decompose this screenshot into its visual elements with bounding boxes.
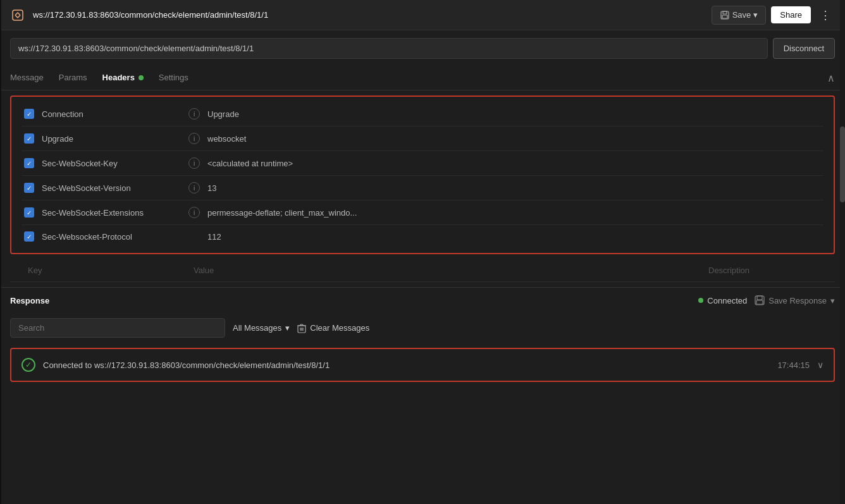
websocket-url-input[interactable] — [10, 38, 768, 59]
tab-settings-label: Settings — [159, 73, 188, 82]
connected-badge: Connected — [698, 296, 747, 305]
header-key-0: Connection — [42, 109, 181, 119]
header-checkbox-5[interactable]: ✓ — [24, 231, 34, 242]
header-checkbox-0[interactable]: ✓ — [24, 109, 34, 119]
tab-headers[interactable]: Headers — [102, 66, 144, 90]
message-log: ✓ Connected to ws://172.30.91.83:8603/co… — [10, 348, 835, 382]
collapse-button[interactable]: ∧ — [827, 72, 835, 84]
message-expand-icon[interactable]: ∨ — [817, 360, 823, 370]
header-value-4: permessage-deflate; client_max_windo... — [207, 208, 821, 218]
table-row: ✓ Upgrade i websocket — [22, 126, 823, 151]
message-timestamp: 17:44:15 — [777, 360, 810, 370]
disconnect-button[interactable]: Disconnect — [773, 38, 835, 59]
tab-message-label: Message — [10, 73, 44, 82]
empty-header-row: Key Value Description — [0, 259, 845, 281]
header-key-1: Upgrade — [42, 134, 181, 144]
all-messages-chevron-icon: ▾ — [285, 323, 290, 333]
header-value-2: <calculated at runtime> — [207, 159, 821, 168]
all-messages-button[interactable]: All Messages ▾ — [233, 323, 290, 333]
table-row: ✓ Sec-Websocket-Protocol 112 — [22, 225, 823, 248]
info-icon-4[interactable]: i — [188, 207, 200, 218]
divider — [10, 281, 835, 282]
header-checkbox-4[interactable]: ✓ — [24, 207, 34, 218]
header-checkbox-1[interactable]: ✓ — [24, 133, 34, 144]
headers-section: ✓ Connection i Upgrade ✓ Upgrade i webso… — [10, 95, 835, 254]
svg-rect-6 — [756, 300, 763, 304]
header-key-5: Sec-Websocket-Protocol — [42, 232, 181, 242]
url-bar: Disconnect — [0, 30, 845, 66]
scrollbar-thumb[interactable] — [840, 126, 845, 202]
header-checkbox-2[interactable]: ✓ — [24, 158, 34, 168]
header-value-5: 112 — [207, 232, 821, 242]
trash-icon — [297, 323, 306, 333]
tab-headers-label: Headers — [102, 73, 135, 82]
save-response-button[interactable]: Save Response ▾ — [755, 295, 835, 305]
message-text: Connected to ws://172.30.91.83:8603/comm… — [43, 360, 770, 370]
title-bar: ws://172.30.91.83:8603/common/check/elem… — [0, 0, 845, 30]
save-chevron-icon: ▾ — [753, 10, 758, 20]
title-bar-actions: Save ▾ Share ⋮ — [712, 6, 835, 25]
info-icon-3[interactable]: i — [188, 182, 200, 194]
header-value-3: 13 — [207, 183, 821, 193]
title-bar-url: ws://172.30.91.83:8603/common/check/elem… — [33, 10, 704, 20]
response-title: Response — [10, 296, 49, 305]
tab-message[interactable]: Message — [10, 66, 44, 90]
response-header: Response Connected Save Response ▾ — [0, 288, 845, 313]
info-icon-0[interactable]: i — [188, 108, 200, 120]
header-value-0: Upgrade — [207, 109, 821, 119]
save-response-chevron: ▾ — [830, 296, 835, 305]
scrollbar-track[interactable] — [840, 0, 845, 504]
search-filter-bar: All Messages ▾ Clear Messages — [0, 313, 845, 343]
clear-messages-button[interactable]: Clear Messages — [297, 323, 369, 333]
share-button[interactable]: Share — [771, 6, 811, 23]
save-response-icon — [755, 295, 765, 305]
search-input[interactable] — [10, 318, 225, 338]
empty-desc-label: Description — [708, 266, 835, 275]
svg-rect-3 — [722, 15, 727, 18]
connected-check-icon: ✓ — [22, 358, 35, 372]
connected-label: Connected — [707, 296, 747, 305]
list-item: ✓ Connected to ws://172.30.91.83:8603/co… — [11, 349, 834, 381]
save-button[interactable]: Save ▾ — [712, 6, 767, 25]
table-row: ✓ Connection i Upgrade — [22, 102, 823, 126]
header-checkbox-3[interactable]: ✓ — [24, 183, 34, 193]
table-row: ✓ Sec-WebSocket-Key i <calculated at run… — [22, 151, 823, 176]
clear-messages-label: Clear Messages — [310, 323, 369, 333]
response-header-right: Connected Save Response ▾ — [698, 295, 835, 305]
response-section: Response Connected Save Response ▾ All M… — [0, 287, 845, 382]
svg-rect-0 — [13, 10, 23, 20]
more-button[interactable]: ⋮ — [816, 6, 835, 25]
all-messages-label: All Messages — [233, 323, 281, 333]
tab-settings[interactable]: Settings — [159, 66, 188, 90]
svg-rect-2 — [723, 11, 727, 14]
tabs-right: ∧ — [827, 72, 835, 84]
header-value-1: websocket — [207, 134, 821, 144]
header-key-4: Sec-WebSocket-Extensions — [42, 208, 181, 218]
save-icon — [720, 10, 730, 20]
header-key-2: Sec-WebSocket-Key — [42, 159, 181, 168]
empty-key-label: Key — [28, 266, 167, 275]
tab-params[interactable]: Params — [59, 66, 87, 90]
tab-params-label: Params — [59, 73, 87, 82]
save-label: Save — [732, 10, 751, 20]
header-key-3: Sec-WebSocket-Version — [42, 183, 181, 193]
connected-dot — [698, 298, 703, 303]
empty-value-label: Value — [194, 266, 701, 275]
info-icon-2[interactable]: i — [188, 157, 200, 169]
save-response-label: Save Response — [768, 296, 827, 305]
websocket-icon — [10, 8, 25, 23]
table-row: ✓ Sec-WebSocket-Version i 13 — [22, 176, 823, 200]
info-icon-1[interactable]: i — [188, 133, 200, 144]
tabs-bar: Message Params Headers Settings ∧ — [0, 66, 845, 90]
table-row: ✓ Sec-WebSocket-Extensions i permessage-… — [22, 200, 823, 225]
headers-active-dot — [139, 75, 144, 80]
svg-rect-5 — [757, 296, 762, 300]
